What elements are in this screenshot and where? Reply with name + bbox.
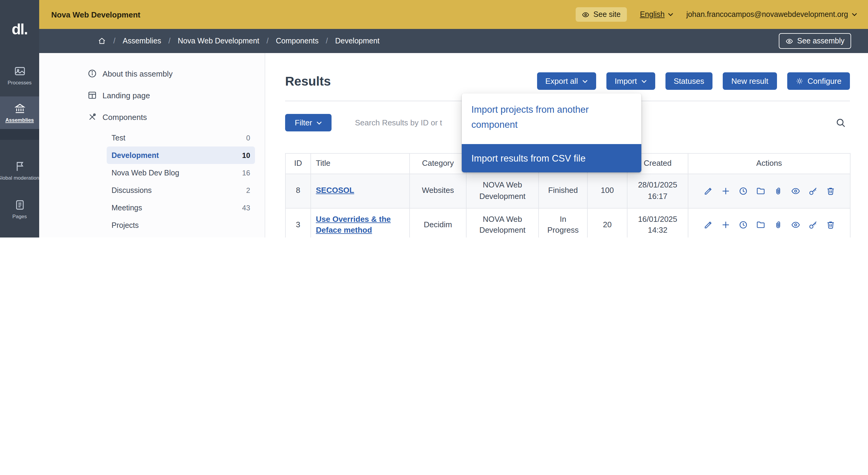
breadcrumb-development[interactable]: Development [335,37,379,45]
gear-icon [795,77,803,85]
preview-icon[interactable] [790,220,800,230]
import-button[interactable]: Import [607,72,655,90]
configure-label: Configure [807,76,841,86]
statuses-label: Statuses [674,76,704,86]
filter-label: Filter [295,118,312,127]
component-count: 10 [242,151,250,159]
folder-icon[interactable] [755,186,765,196]
edit-icon[interactable] [703,220,713,230]
sidebar-item-label: Pages [12,214,27,220]
breadcrumb-separator: / [326,37,328,45]
breadcrumb-separator: / [113,37,116,45]
components-list: Test0 Development10 Nova Web Dev Blog16 … [39,129,265,238]
breadcrumb-assembly[interactable]: Nova Web Development [178,37,259,45]
add-icon[interactable] [721,186,730,196]
breadcrumb-assemblies[interactable]: Assemblies [123,37,161,45]
header-category: Category [410,153,466,174]
statuses-button[interactable]: Statuses [665,72,712,90]
component-count: 43 [242,203,250,212]
see-site-button[interactable]: See site [576,7,627,22]
chevron-down-icon [316,121,322,124]
export-all-button[interactable]: Export all [537,72,596,90]
page-title: Results [285,74,331,88]
delete-icon[interactable] [826,186,835,196]
cell-created: 28/01/2025 16:17 [627,174,688,208]
sidebar-item-processes[interactable]: Processes [0,58,39,93]
component-item-discussions[interactable]: Discussions2 [107,182,255,199]
logo-text: dl. [12,20,27,38]
cell-scope: NOVA Web Development [466,174,538,208]
chevron-down-icon [641,79,647,83]
new-result-button[interactable]: New result [723,72,777,90]
menu-about-assembly[interactable]: About this assembly [39,63,265,85]
folder-icon[interactable] [755,220,765,230]
component-item-nova-web-dev-blog[interactable]: Nova Web Dev Blog16 [107,164,255,182]
search-icon[interactable] [835,117,846,128]
history-icon[interactable] [738,220,748,230]
component-label: Discussions [112,186,152,194]
table-row: 8 SECOSOL Websites NOVA Web Development … [285,174,850,208]
info-icon [87,69,97,78]
edit-icon[interactable] [703,186,713,196]
menu-components[interactable]: Components [39,106,265,128]
cell-id: 8 [285,174,311,208]
processes-icon [13,65,26,77]
tools-icon [87,112,97,122]
results-header: Results Export all Import Statuses New r… [285,72,850,90]
user-email: johan.francocampos@novawebdevelopment.or… [686,10,848,19]
delete-icon[interactable] [826,220,835,230]
chevron-down-icon [668,13,673,16]
component-item-meetings[interactable]: Meetings43 [107,199,255,216]
chevron-down-icon [582,79,588,83]
document-icon [13,199,26,211]
see-assembly-button[interactable]: See assembly [779,33,851,49]
component-label: Test [112,133,125,142]
breadcrumb-separator: / [267,37,269,45]
sidebar-item-assemblies[interactable]: Assemblies [0,96,39,129]
row-actions [693,220,845,230]
sidebar-active-strip [0,129,39,140]
permissions-key-icon[interactable] [808,186,818,196]
component-label: Nova Web Dev Blog [112,168,179,177]
configure-button[interactable]: Configure [787,72,850,90]
component-item-test[interactable]: Test0 [107,129,255,147]
home-icon[interactable] [98,37,106,45]
user-menu[interactable]: johan.francocampos@novawebdevelopment.or… [686,10,857,19]
sidebar-item-participants[interactable]: Participants [0,230,39,238]
row-actions [693,186,845,196]
attachments-icon[interactable] [773,186,783,196]
permissions-key-icon[interactable] [808,220,818,230]
grid-icon [87,90,97,100]
preview-icon[interactable] [790,186,800,196]
add-icon[interactable] [721,220,730,230]
cell-created: 16/01/2025 14:32 [627,208,688,238]
sidebar-item-pages[interactable]: Pages [0,192,39,227]
breadcrumb-components[interactable]: Components [276,37,318,45]
import-results-csv-menu-item[interactable]: Import results from CSV file [462,144,641,172]
cell-scope: NOVA Web Development [466,208,538,238]
import-dropdown: Import projects from another component I… [462,93,641,172]
result-link[interactable]: SECOSOL [316,186,354,195]
eye-icon [582,10,590,19]
menu-landing-page[interactable]: Landing page [39,85,265,106]
cell-id: 3 [285,208,311,238]
top-bar: Nova Web Development See site English jo… [39,0,868,29]
primary-sidebar: dl. Processes Assemblies Global moderati… [0,0,39,238]
cell-actions [688,208,850,238]
component-item-current-clients[interactable]: Current Clients Nova Web Development [107,234,255,238]
filter-button[interactable]: Filter [285,114,332,131]
attachments-icon[interactable] [773,220,783,230]
sidebar-item-global-moderations[interactable]: Global moderations [0,153,39,188]
import-projects-menu-item[interactable]: Import projects from another component [462,93,641,144]
assemblies-icon [13,102,26,114]
import-label: Import [615,76,637,86]
sidebar-item-label: Assemblies [5,117,34,123]
history-icon[interactable] [738,186,748,196]
component-item-development[interactable]: Development10 [107,147,255,164]
export-all-label: Export all [545,76,578,86]
component-item-projects[interactable]: Projects [107,216,255,234]
component-label: Projects [112,221,138,229]
language-selector[interactable]: English [640,10,673,19]
org-logo[interactable]: dl. [0,0,39,58]
result-link[interactable]: Use Overrides & the Deface method [316,214,391,235]
